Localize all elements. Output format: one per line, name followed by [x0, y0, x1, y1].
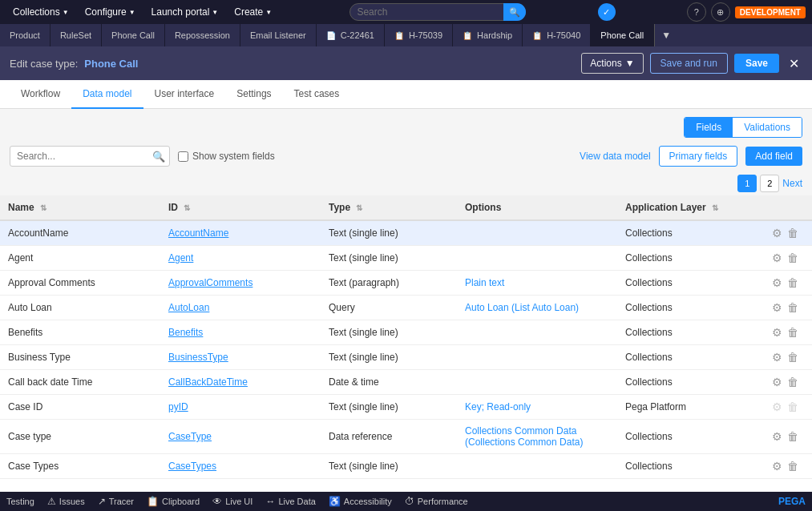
tab-ruleset[interactable]: RuleSet	[50, 24, 102, 46]
close-button[interactable]: ✕	[786, 56, 802, 71]
options-link[interactable]: Plain text	[465, 277, 504, 288]
issues-status[interactable]: ⚠ Issues	[47, 496, 85, 507]
nav-launch-portal[interactable]: Launch portal ▼	[145, 3, 225, 21]
gear-button[interactable]: ⚙	[772, 301, 782, 314]
sub-tab-workflow[interactable]: Workflow	[10, 80, 71, 109]
gear-button[interactable]: ⚙	[772, 276, 782, 289]
tab-phone-call-2[interactable]: Phone Call	[591, 24, 654, 46]
id-link[interactable]: AutoLoan	[168, 302, 209, 313]
name-sort-icon[interactable]: ⇅	[40, 203, 46, 212]
delete-button[interactable]: 🗑	[787, 276, 798, 289]
validations-button[interactable]: Validations	[733, 118, 802, 137]
id-sort-icon[interactable]: ⇅	[184, 203, 190, 212]
cell-type: Date & time	[321, 370, 457, 395]
options-link[interactable]: Collections Common Data (Collections Com…	[465, 425, 583, 448]
accessibility-status[interactable]: ♿ Accessibility	[329, 496, 392, 507]
gear-button[interactable]: ⚙	[772, 460, 782, 473]
id-link[interactable]: CaseTypes	[168, 461, 216, 472]
launch-chevron-icon: ▼	[212, 9, 218, 16]
next-page-button[interactable]: Next	[782, 178, 802, 189]
live-data-status[interactable]: ↔ Live Data	[265, 496, 315, 507]
tab-more[interactable]: ▼	[654, 24, 677, 46]
cell-type: Text (single line)	[321, 345, 457, 370]
clipboard-status[interactable]: 📋 Clipboard	[147, 496, 200, 507]
cell-options	[457, 220, 617, 246]
action-icons: ⚙ 🗑	[772, 227, 804, 239]
id-link[interactable]: Benefits	[168, 327, 203, 338]
id-link[interactable]: CaseType	[168, 431, 212, 442]
options-link[interactable]: Auto Loan (List Auto Loan)	[465, 302, 579, 313]
tab-hardship[interactable]: 📋 Hardship	[453, 24, 523, 46]
tab-h75039[interactable]: 📋 H-75039	[385, 24, 453, 46]
th-options: Options	[457, 195, 617, 220]
delete-button[interactable]: 🗑	[787, 326, 798, 339]
performance-status[interactable]: ⏱ Performance	[405, 496, 468, 507]
gear-button[interactable]: ⚙	[772, 227, 782, 239]
delete-button[interactable]: 🗑	[787, 351, 798, 364]
add-field-button[interactable]: Add field	[745, 147, 802, 166]
id-link[interactable]: BusinessType	[168, 352, 228, 363]
save-run-button[interactable]: Save and run	[650, 53, 728, 74]
search-button[interactable]: 🔍	[503, 3, 526, 21]
search-input[interactable]	[349, 3, 526, 21]
cell-id: CaseType	[160, 420, 321, 454]
tab-repossession[interactable]: Repossession	[165, 24, 240, 46]
fields-validations-toggle: Fields Validations	[684, 117, 802, 138]
id-link[interactable]: ApprovalComments	[168, 277, 252, 288]
id-link[interactable]: CallBackDateTime	[168, 376, 248, 388]
page-2-button[interactable]: 2	[760, 175, 779, 192]
sub-tab-settings[interactable]: Settings	[225, 80, 282, 109]
check-button[interactable]: ✓	[598, 3, 616, 21]
delete-button[interactable]: 🗑	[787, 251, 798, 264]
show-system-fields-checkbox[interactable]	[178, 151, 188, 162]
gear-button[interactable]: ⚙	[772, 251, 782, 264]
tab-c22461[interactable]: 📄 C-22461	[317, 24, 385, 46]
delete-button[interactable]: 🗑	[787, 301, 798, 314]
tab-email-listener[interactable]: Email Listener	[240, 24, 317, 46]
cell-options: Collections Common Data (Collections Com…	[457, 420, 617, 454]
sub-tab-user-interface[interactable]: User interface	[143, 80, 226, 109]
actions-button[interactable]: Actions ▼	[581, 53, 643, 74]
delete-button[interactable]: 🗑	[787, 430, 798, 443]
gear-button[interactable]: ⚙	[772, 326, 782, 339]
action-icons: ⚙ 🗑	[772, 376, 804, 388]
nav-create[interactable]: Create ▼	[228, 3, 278, 21]
tab-h75040[interactable]: 📋 H-75040	[523, 24, 591, 46]
id-link[interactable]: Agent	[168, 252, 193, 264]
table-body: AccountName AccountName Text (single lin…	[0, 220, 812, 479]
delete-button[interactable]: 🗑	[787, 227, 798, 239]
th-actions	[764, 195, 812, 220]
show-system-fields-label[interactable]: Show system fields	[178, 151, 275, 162]
live-ui-status[interactable]: 👁 Live UI	[212, 496, 252, 507]
tab-product[interactable]: Product	[0, 24, 50, 46]
id-link[interactable]: pyID	[168, 401, 188, 412]
save-button[interactable]: Save	[734, 54, 779, 73]
share-button[interactable]: ⊕	[711, 2, 730, 22]
top-nav: Collections ▼ Configure ▼ Launch portal …	[0, 0, 812, 24]
nav-collections[interactable]: Collections ▼	[6, 3, 75, 21]
options-link[interactable]: Key; Read-only	[465, 401, 531, 412]
delete-button[interactable]: 🗑	[787, 460, 798, 473]
gear-button[interactable]: ⚙	[772, 376, 782, 388]
field-search-input[interactable]	[10, 146, 170, 167]
accessibility-icon: ♿	[329, 496, 341, 507]
tab-phone-call[interactable]: Phone Call	[102, 24, 165, 46]
nav-configure[interactable]: Configure ▼	[79, 3, 142, 21]
table-row: Business Type BusinessType Text (single …	[0, 345, 812, 370]
page-1-button[interactable]: 1	[737, 175, 757, 192]
id-link[interactable]: AccountName	[168, 227, 228, 239]
view-data-model-link[interactable]: View data model	[580, 151, 651, 162]
gear-button[interactable]: ⚙	[772, 351, 782, 364]
delete-button[interactable]: 🗑	[787, 376, 798, 388]
layer-sort-icon[interactable]: ⇅	[712, 203, 718, 212]
primary-fields-button[interactable]: Primary fields	[659, 146, 738, 167]
nav-right: ? ⊕ DEVELOPMENT	[687, 2, 806, 22]
tracer-status[interactable]: ↗ Tracer	[98, 496, 134, 507]
gear-button[interactable]: ⚙	[772, 430, 782, 443]
cell-type: Text (single line)	[321, 246, 457, 271]
sub-tab-data-model[interactable]: Data model	[71, 80, 143, 109]
fields-button[interactable]: Fields	[685, 118, 733, 137]
sub-tab-test-cases[interactable]: Test cases	[283, 80, 351, 109]
type-sort-icon[interactable]: ⇅	[356, 203, 362, 212]
help-button[interactable]: ?	[687, 2, 706, 22]
